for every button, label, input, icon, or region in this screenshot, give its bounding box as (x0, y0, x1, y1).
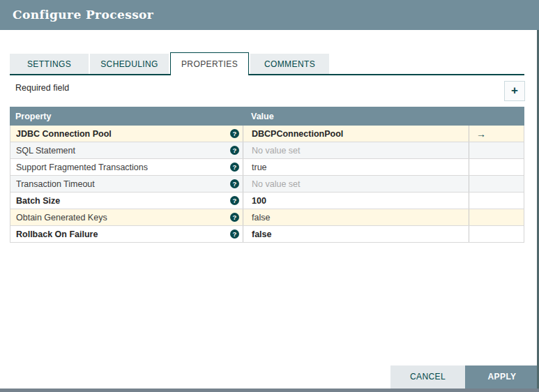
help-icon[interactable]: ? (230, 146, 239, 155)
dialog-header: Configure Processor (0, 0, 539, 30)
property-name: JDBC Connection Pool (16, 129, 230, 139)
property-name-cell: JDBC Connection Pool ? (10, 126, 243, 142)
table-row[interactable]: Rollback On Failure ? false (10, 226, 524, 243)
help-icon[interactable]: ? (230, 229, 239, 239)
property-value-cell[interactable]: No value set (243, 142, 469, 158)
required-field-label: Required field (15, 83, 69, 93)
property-name: Transaction Timeout (16, 179, 230, 189)
table-row[interactable]: SQL Statement ? No value set (10, 142, 524, 159)
property-name-cell: Support Fragmented Transactions ? (10, 159, 243, 175)
help-icon[interactable]: ? (230, 213, 239, 222)
row-actions-cell (469, 142, 524, 158)
property-name: Batch Size (16, 196, 230, 206)
property-name: Rollback On Failure (16, 229, 230, 239)
table-header-row: Property Value (10, 107, 524, 126)
plus-icon: + (511, 84, 518, 97)
column-header-value: Value (243, 112, 469, 121)
tab-properties[interactable]: PROPERTIES (170, 52, 249, 75)
add-property-button[interactable]: + (504, 81, 525, 101)
property-name-cell: Obtain Generated Keys ? (10, 209, 243, 225)
configure-processor-dialog: Configure Processor SETTINGS SCHEDULING … (0, 0, 539, 392)
property-name-cell: SQL Statement ? (10, 142, 243, 158)
property-name: SQL Statement (16, 146, 230, 156)
tab-settings[interactable]: SETTINGS (10, 54, 89, 74)
properties-table: Property Value JDBC Connection Pool ? DB… (10, 107, 524, 243)
table-row[interactable]: Batch Size ? 100 (10, 193, 524, 209)
goto-service-icon[interactable]: → (476, 129, 486, 139)
property-value: false (252, 229, 272, 239)
row-actions-cell (469, 226, 524, 242)
property-value: true (252, 163, 267, 172)
dialog-title: Configure Processor (13, 0, 153, 30)
property-name-cell: Transaction Timeout ? (10, 176, 243, 192)
table-row[interactable]: Obtain Generated Keys ? false (10, 209, 524, 226)
row-actions-cell (469, 193, 524, 209)
property-name: Support Fragmented Transactions (16, 163, 230, 172)
tab-bar: SETTINGS SCHEDULING PROPERTIES COMMENTS (10, 52, 524, 75)
help-icon[interactable]: ? (230, 196, 239, 205)
property-value-cell[interactable]: false (243, 209, 469, 225)
property-name: Obtain Generated Keys (16, 213, 230, 223)
column-header-property: Property (10, 112, 243, 121)
table-row[interactable]: Transaction Timeout ? No value set (10, 176, 524, 193)
table-row[interactable]: JDBC Connection Pool ? DBCPConnectionPoo… (10, 126, 524, 142)
row-actions-cell (469, 159, 524, 175)
window-bottom-edge (0, 389, 539, 392)
help-icon[interactable]: ? (230, 179, 239, 188)
help-icon[interactable]: ? (230, 163, 239, 172)
property-name-cell: Batch Size ? (10, 193, 243, 209)
property-value-cell[interactable]: false (243, 226, 469, 242)
property-value-cell[interactable]: 100 (243, 193, 469, 209)
property-value-cell[interactable]: true (243, 159, 469, 175)
help-icon[interactable]: ? (230, 129, 239, 138)
tab-scheduling[interactable]: SCHEDULING (90, 54, 169, 74)
property-value: No value set (252, 146, 300, 156)
row-actions-cell (469, 176, 524, 192)
tab-comments[interactable]: COMMENTS (250, 54, 329, 74)
row-actions-cell (469, 209, 524, 225)
apply-button[interactable]: APPLY (465, 365, 539, 389)
property-value: DBCPConnectionPool (252, 129, 343, 139)
table-body: JDBC Connection Pool ? DBCPConnectionPoo… (10, 126, 524, 243)
property-value-cell[interactable]: No value set (243, 176, 469, 192)
property-value: false (252, 213, 270, 223)
row-actions-cell: → (469, 126, 524, 142)
property-name-cell: Rollback On Failure ? (10, 226, 243, 242)
property-value: 100 (252, 196, 266, 206)
property-value: No value set (252, 179, 300, 189)
table-row[interactable]: Support Fragmented Transactions ? true (10, 159, 524, 176)
cancel-button[interactable]: CANCEL (390, 365, 465, 389)
property-value-cell[interactable]: DBCPConnectionPool (243, 126, 469, 142)
